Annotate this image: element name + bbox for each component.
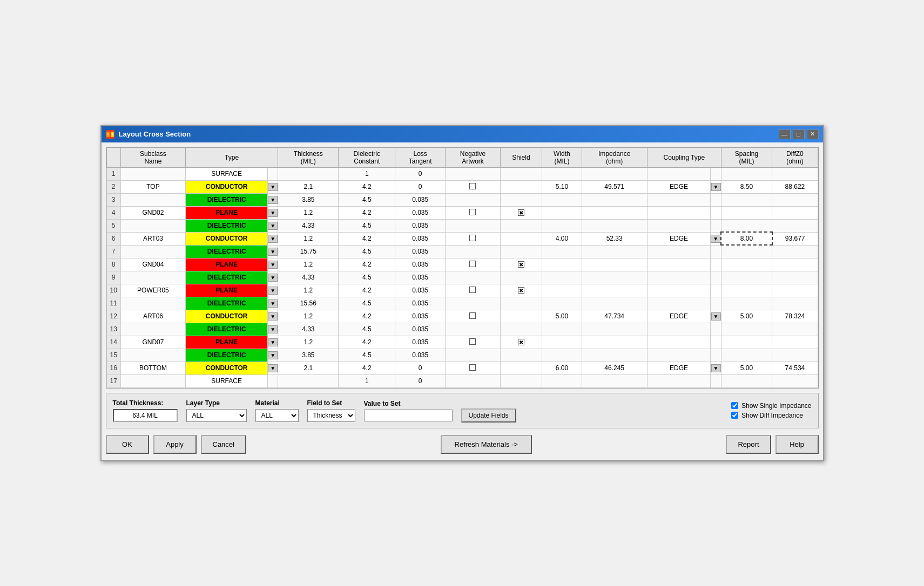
coupling-dropdown-button[interactable]: ▼ [711, 183, 721, 191]
layer-type[interactable]: SURFACE [186, 374, 268, 387]
dielectric-constant[interactable]: 4.2 [339, 206, 395, 219]
checkbox-empty[interactable] [469, 183, 476, 189]
type-dropdown-button[interactable]: ▼ [268, 222, 278, 230]
negative-artwork-checkbox[interactable] [446, 206, 500, 219]
thickness-value[interactable]: 1.2 [278, 232, 339, 245]
loss-tangent[interactable]: 0.035 [395, 219, 446, 232]
coupling-type[interactable]: EDGE [647, 362, 711, 374]
minimize-button[interactable]: — [779, 130, 791, 139]
loss-tangent[interactable]: 0.035 [395, 349, 446, 362]
dielectric-constant[interactable]: 4.2 [339, 284, 395, 297]
thickness-value[interactable]: 2.1 [278, 362, 339, 374]
loss-tangent[interactable]: 0.035 [395, 284, 446, 297]
coupling-dropdown[interactable] [711, 245, 721, 258]
type-dropdown[interactable]: ▼ [268, 349, 278, 362]
type-dropdown-button[interactable]: ▼ [268, 248, 278, 256]
coupling-type[interactable]: EDGE [647, 232, 711, 245]
refresh-materials-button[interactable]: Refresh Materials -> [441, 435, 532, 454]
layer-type[interactable]: DIELECTRIC [186, 349, 268, 362]
show-single-impedance-checkbox[interactable] [731, 402, 738, 409]
checkbox-checked[interactable]: ✖ [518, 339, 524, 345]
thickness-value[interactable]: 4.33 [278, 323, 339, 336]
coupling-dropdown-button[interactable]: ▼ [711, 235, 720, 243]
type-dropdown-button[interactable]: ▼ [268, 338, 278, 346]
loss-tangent[interactable]: 0.035 [395, 297, 446, 310]
type-dropdown[interactable]: ▼ [268, 193, 278, 206]
type-dropdown[interactable]: ▼ [268, 206, 278, 219]
dielectric-constant[interactable]: 4.5 [339, 297, 395, 310]
layer-type[interactable]: CONDUCTOR [186, 232, 268, 245]
checkbox-checked[interactable]: ✖ [518, 287, 524, 294]
coupling-dropdown[interactable]: ▼ [711, 310, 721, 323]
type-dropdown[interactable]: ▼ [268, 336, 278, 349]
type-dropdown-button[interactable]: ▼ [268, 235, 278, 243]
layer-type[interactable]: PLANE [186, 258, 268, 271]
spacing-value[interactable]: 5.00 [721, 310, 772, 323]
close-button[interactable]: ✕ [807, 130, 819, 139]
coupling-dropdown[interactable] [711, 193, 721, 206]
loss-tangent[interactable]: 0 [395, 180, 446, 193]
loss-tangent[interactable]: 0.035 [395, 232, 446, 245]
subclass-name[interactable]: BOTTOM [120, 362, 185, 374]
type-dropdown[interactable]: ▼ [268, 258, 278, 271]
width-value[interactable]: 4.00 [542, 232, 582, 245]
width-value[interactable]: 5.00 [542, 310, 582, 323]
checkbox-checked[interactable]: ✖ [518, 261, 524, 268]
diffz0-value[interactable]: 93.677 [772, 232, 818, 245]
type-dropdown-button[interactable]: ▼ [268, 325, 278, 333]
dielectric-constant[interactable]: 4.5 [339, 245, 395, 258]
thickness-value[interactable]: 15.75 [278, 245, 339, 258]
value-input[interactable] [364, 410, 453, 421]
shield-checkbox[interactable]: ✖ [500, 258, 542, 271]
coupling-dropdown[interactable] [711, 271, 721, 284]
diffz0-value[interactable]: 78.324 [772, 310, 818, 323]
layer-type[interactable]: DIELECTRIC [186, 193, 268, 206]
update-fields-button[interactable]: Update Fields [461, 408, 516, 423]
checkbox-empty[interactable] [469, 235, 476, 241]
layer-type[interactable]: DIELECTRIC [186, 271, 268, 284]
impedance-value[interactable]: 46.245 [582, 362, 647, 374]
field-select[interactable]: Thickness Width Spacing [307, 409, 355, 422]
thickness-value[interactable]: 15.56 [278, 297, 339, 310]
coupling-dropdown[interactable] [711, 336, 721, 349]
loss-tangent[interactable]: 0 [395, 362, 446, 374]
layer-type[interactable]: CONDUCTOR [186, 362, 268, 374]
dielectric-constant[interactable]: 4.2 [339, 232, 395, 245]
coupling-dropdown[interactable] [711, 219, 721, 232]
thickness-value[interactable]: 1.2 [278, 336, 339, 349]
dielectric-constant[interactable]: 4.5 [339, 323, 395, 336]
thickness-value[interactable]: 1.2 [278, 284, 339, 297]
coupling-dropdown[interactable] [711, 374, 721, 387]
subclass-name[interactable]: POWER05 [120, 284, 185, 297]
report-button[interactable]: Report [726, 435, 771, 454]
layer-type[interactable]: DIELECTRIC [186, 323, 268, 336]
coupling-dropdown[interactable] [711, 167, 721, 180]
dielectric-constant[interactable]: 4.2 [339, 336, 395, 349]
type-dropdown-button[interactable]: ▼ [268, 183, 278, 191]
coupling-dropdown[interactable]: ▼ [711, 232, 721, 245]
loss-tangent[interactable]: 0.035 [395, 193, 446, 206]
type-dropdown[interactable]: ▼ [268, 271, 278, 284]
spacing-value[interactable]: 8.00 [721, 232, 772, 245]
subclass-name[interactable]: GND07 [120, 336, 185, 349]
layer-type[interactable]: DIELECTRIC [186, 297, 268, 310]
coupling-dropdown[interactable] [711, 258, 721, 271]
layer-type[interactable]: PLANE [186, 336, 268, 349]
coupling-dropdown[interactable] [711, 323, 721, 336]
type-dropdown-button[interactable]: ▼ [268, 351, 278, 359]
type-dropdown[interactable]: ▼ [268, 323, 278, 336]
subclass-name[interactable]: GND04 [120, 258, 185, 271]
coupling-dropdown[interactable] [711, 284, 721, 297]
negative-artwork-checkbox[interactable] [446, 310, 500, 323]
impedance-value[interactable]: 52.33 [582, 232, 647, 245]
layer-type[interactable]: PLANE [186, 206, 268, 219]
shield-checkbox[interactable]: ✖ [500, 336, 542, 349]
negative-artwork-checkbox[interactable] [446, 232, 500, 245]
thickness-value[interactable]: 1.2 [278, 310, 339, 323]
layer-type[interactable]: DIELECTRIC [186, 219, 268, 232]
layer-type[interactable]: DIELECTRIC [186, 245, 268, 258]
dielectric-constant[interactable]: 4.2 [339, 258, 395, 271]
thickness-value[interactable]: 3.85 [278, 193, 339, 206]
type-dropdown-button[interactable]: ▼ [268, 364, 278, 372]
type-dropdown[interactable]: ▼ [268, 297, 278, 310]
